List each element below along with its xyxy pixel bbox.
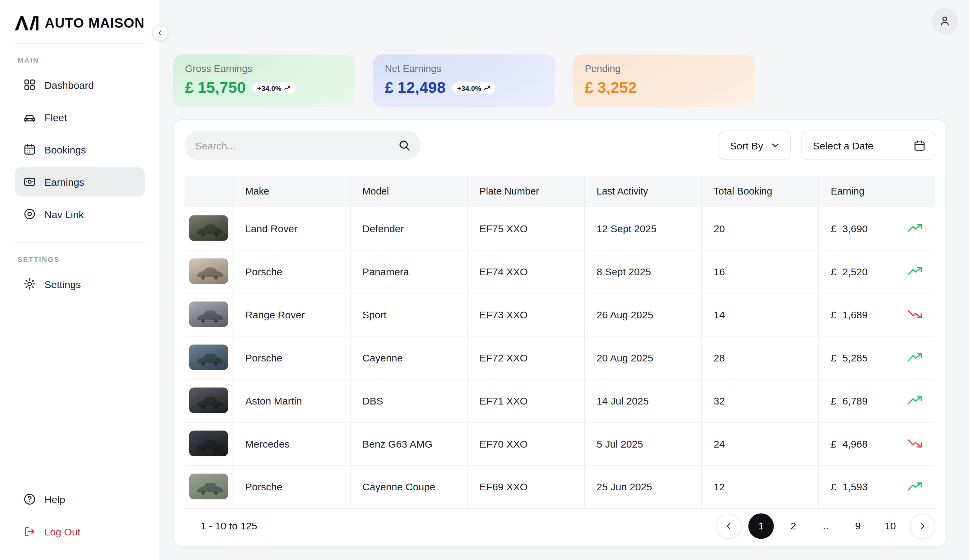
brand-logo-icon: [15, 14, 39, 32]
stat-card-pending: Pending £ 3,252: [573, 55, 755, 107]
sidebar-item-label: Log Out: [45, 526, 80, 537]
search-icon[interactable]: [397, 138, 412, 153]
pagination-next-button[interactable]: [910, 513, 935, 538]
table-row[interactable]: Range RoverSportEF73 XXO26 Aug 202514£1,…: [185, 293, 935, 336]
cell-last-activity: 14 Jul 2025: [584, 379, 701, 422]
cell-model: Cayenne: [350, 336, 467, 379]
table-row[interactable]: MercedesBenz G63 AMGEF70 XXO5 Jul 202524…: [185, 422, 935, 465]
cell-make: Porsche: [233, 336, 350, 379]
page-button-1[interactable]: 1: [748, 513, 774, 538]
col-total-booking: Total Booking: [701, 176, 818, 207]
car-photo: [189, 474, 228, 499]
sidebar-item-label: Fleet: [45, 111, 67, 123]
cell-make: Range Rover: [233, 293, 350, 336]
cell-plate-number: EF69 XXO: [467, 465, 584, 508]
car-photo-silhouette: [193, 348, 224, 368]
page-button-10[interactable]: 10: [877, 513, 903, 538]
cell-make: Mercedes: [233, 422, 350, 465]
pagination-prev-button[interactable]: [716, 513, 741, 538]
cell-total-booking: 14: [701, 293, 818, 336]
sidebar-item-earnings[interactable]: Earnings: [15, 167, 145, 196]
car-photo: [189, 302, 228, 327]
search-input[interactable]: [185, 131, 421, 160]
car-photo-silhouette: [193, 434, 224, 454]
stat-card-net-earnings: Net Earnings £ 12,498 +34.0%: [373, 55, 555, 107]
select-date-label: Select a Date: [813, 140, 873, 151]
sidebar-item-fleet[interactable]: Fleet: [15, 102, 145, 132]
sidebar-item-logout[interactable]: Log Out: [15, 517, 145, 546]
cell-earning: £4,968: [831, 422, 935, 465]
sidebar-item-settings[interactable]: Settings: [15, 269, 145, 299]
table-row[interactable]: Land RoverDefenderEF75 XXO12 Sept 202520…: [185, 207, 935, 250]
sidebar-item-dashboard[interactable]: Dashboard: [15, 70, 145, 100]
cell-plate-number: EF71 XXO: [467, 379, 584, 422]
sidebar-item-label: Nav Link: [45, 208, 84, 220]
trend-up-icon: [908, 396, 922, 405]
car-photo-silhouette: [193, 305, 224, 325]
table-row[interactable]: Aston MartinDBSEF71 XXO14 Jul 202532£6,7…: [185, 379, 935, 422]
col-last-activity: Last Activity: [584, 176, 701, 207]
sidebar-item-label: Settings: [45, 278, 81, 290]
trend-down-icon: [908, 310, 922, 319]
stat-value: 12,498: [398, 79, 446, 97]
page-button-9[interactable]: 9: [845, 513, 871, 538]
divider: [15, 43, 145, 44]
section-label-main: MAIN: [18, 56, 145, 64]
person-icon: [938, 14, 951, 28]
cell-plate-number: EF72 XXO: [467, 336, 584, 379]
car-photo: [189, 345, 228, 370]
cell-total-booking: 24: [701, 422, 818, 465]
divider: [15, 242, 145, 243]
chevron-left-icon: [156, 29, 164, 37]
cell-earning: £2,520: [831, 250, 935, 292]
stat-title: Net Earnings: [385, 63, 543, 74]
logout-icon: [23, 525, 37, 538]
grid-icon: [23, 78, 37, 91]
cell-earning: £6,789: [831, 379, 935, 422]
cell-last-activity: 12 Sept 2025: [584, 207, 701, 250]
cell-total-booking: 32: [701, 379, 818, 422]
cell-last-activity: 20 Aug 2025: [584, 336, 701, 379]
cell-total-booking: 16: [701, 250, 818, 293]
sidebar-item-label: Help: [45, 494, 65, 505]
trend-up-icon: [908, 223, 922, 233]
select-date-button[interactable]: Select a Date: [801, 131, 935, 160]
cell-last-activity: 25 Jun 2025: [584, 465, 701, 508]
cell-model: Defender: [350, 207, 467, 250]
sidebar-collapse-button[interactable]: [152, 25, 168, 41]
sidebar-item-label: Earnings: [45, 176, 84, 188]
disc-icon: [23, 207, 37, 221]
cell-earning: £1,689: [831, 293, 935, 336]
sort-by-button[interactable]: Sort By: [719, 131, 791, 160]
user-avatar-button[interactable]: [932, 8, 957, 34]
table-row[interactable]: PorschePanameraEF74 XXO8 Sept 202516£2,5…: [185, 250, 935, 293]
sidebar-item-bookings[interactable]: Bookings: [15, 135, 145, 164]
cell-earning: £5,285: [831, 336, 935, 379]
cell-total-booking: 28: [701, 336, 818, 379]
app: AUTO MAISON MAIN Dashboard Fleet: [0, 0, 969, 560]
sidebar-item-label: Dashboard: [45, 79, 94, 91]
cell-make: Porsche: [233, 465, 350, 508]
page-button-2[interactable]: 2: [781, 513, 806, 538]
cell-last-activity: 26 Aug 2025: [584, 293, 701, 336]
table-row[interactable]: PorscheCayenneEF72 XXO20 Aug 202528£5,28…: [185, 336, 935, 379]
earnings-table: Make Model Plate Number Last Activity To…: [185, 176, 935, 508]
trend-up-icon: [908, 482, 922, 491]
money-icon: [23, 175, 37, 188]
cell-plate-number: EF70 XXO: [467, 422, 584, 465]
chevron-left-icon: [724, 521, 733, 530]
cell-total-booking: 20: [701, 207, 818, 250]
cell-model: Sport: [350, 293, 467, 336]
page-button-..[interactable]: ..: [813, 513, 838, 538]
cell-earning: £1,593: [831, 465, 935, 508]
brand: AUTO MAISON: [15, 0, 145, 43]
help-icon: [23, 492, 37, 506]
table-row[interactable]: PorscheCayenne CoupeEF69 XXO25 Jun 20251…: [185, 465, 935, 508]
sidebar-item-nav-link[interactable]: Nav Link: [15, 199, 145, 229]
sidebar-item-help[interactable]: Help: [15, 484, 145, 514]
cell-model: Cayenne Coupe: [350, 465, 467, 508]
calendar-icon: [23, 143, 37, 156]
car-photo: [189, 431, 228, 456]
trend-up-icon: [908, 266, 922, 276]
search-box: [185, 131, 421, 160]
